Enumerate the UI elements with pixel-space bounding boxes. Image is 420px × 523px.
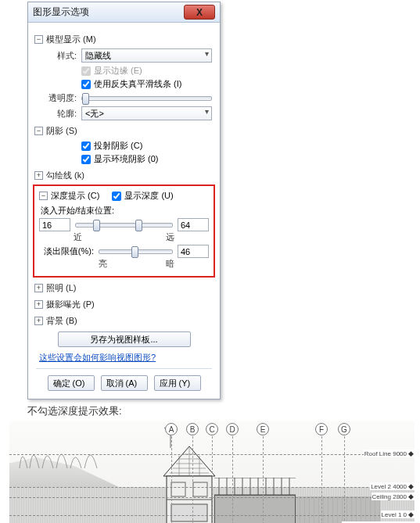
near-far-labels: 近远: [74, 231, 174, 243]
transparency-slider[interactable]: [81, 96, 212, 101]
dialog-body: − 模型显示 (M) 样式: 隐藏线 显示边缘 (E) 使用反失真平滑线条 (I…: [28, 23, 220, 399]
level-line: [9, 515, 396, 516]
grid-bubble: C: [206, 423, 218, 435]
caption-no-depth: 不勾选深度提示效果:: [27, 404, 420, 418]
graphic-display-options-dialog: 图形显示选项 X − 模型显示 (M) 样式: 隐藏线 显示边缘 (E) 使用反…: [27, 2, 221, 399]
section-background[interactable]: + 背景 (B): [34, 315, 212, 327]
level-label: Ceiling 2800: [372, 493, 415, 500]
section-lighting[interactable]: + 照明 (L): [34, 282, 212, 294]
retaining-wall: [296, 496, 380, 523]
row-transparency: 透明度:: [36, 92, 212, 104]
dialog-title: 图形显示选项: [33, 5, 89, 19]
collapse-icon: −: [34, 127, 43, 135]
save-as-template-button[interactable]: 另存为视图样板...: [58, 331, 191, 347]
level-line: [9, 497, 396, 498]
fade-limit-input[interactable]: 46: [178, 245, 209, 258]
cast-shadows-checkbox[interactable]: 投射阴影 (C): [81, 140, 212, 152]
fade-position-slider[interactable]: [75, 223, 173, 227]
fade-limit-row: 淡出限值(%): 46: [39, 245, 209, 258]
grid-bubble: E: [257, 423, 269, 435]
ambient-shadows-checkbox[interactable]: 显示环境阴影 (0): [81, 153, 212, 165]
row-style: 样式: 隐藏线: [36, 48, 212, 63]
fade-position-label: 淡入开始/结束位置:: [41, 205, 209, 217]
smooth-lines-checkbox[interactable]: 使用反失真平滑线条 (I): [81, 78, 212, 90]
ok-button[interactable]: 确定 (O): [48, 375, 95, 391]
titlebar[interactable]: 图形显示选项 X: [28, 2, 220, 23]
checkbox-icon[interactable]: [81, 80, 91, 89]
expand-icon: +: [34, 300, 43, 309]
level-line: [9, 454, 396, 455]
grid-bubble: A: [165, 423, 178, 435]
row-silhouette: 轮廓: <无>: [36, 106, 212, 120]
grid-bubble: B: [186, 423, 199, 435]
section-sketchy-lines[interactable]: + 勾绘线 (k): [34, 170, 212, 181]
cancel-button[interactable]: 取消 (A): [101, 375, 148, 391]
grid-bubble: G: [338, 423, 350, 435]
level-label: Roof Line 9000: [364, 450, 415, 457]
slider-thumb-start[interactable]: [93, 220, 100, 231]
section-preview-figure: ABCDEFGRoof Line 9000Level 2 4000Ceiling…: [9, 421, 415, 523]
section-exposure[interactable]: + 摄影曝光 (P): [34, 299, 212, 310]
checkbox-icon: [81, 66, 91, 76]
svg-rect-17: [171, 504, 207, 521]
fade-position-row: 16 64: [39, 218, 209, 231]
fade-end-input[interactable]: 64: [178, 218, 209, 231]
show-depth-checkbox[interactable]: [112, 192, 121, 201]
house-section: [162, 445, 217, 523]
level-label: Level 2 4000: [370, 482, 415, 490]
expand-icon: +: [34, 317, 43, 325]
collapse-icon: −: [34, 35, 43, 44]
style-label: 样式:: [36, 50, 77, 62]
section-label: 模型显示 (M): [46, 34, 96, 45]
apply-button[interactable]: 应用 (Y): [154, 375, 201, 391]
depth-cueing-group: − 深度提示 (C) 显示深度 (U) 淡入开始/结束位置: 16 64 近远 …: [33, 184, 215, 278]
section-model-display[interactable]: − 模型显示 (M): [34, 34, 212, 45]
checkbox-icon[interactable]: [81, 141, 91, 151]
save-template-row: 另存为视图样板...: [36, 331, 212, 347]
expand-icon: +: [34, 284, 43, 292]
level-label: Level 1 0: [381, 510, 415, 518]
slider-thumb[interactable]: [131, 246, 138, 258]
help-link[interactable]: 这些设置会如何影响视图图形?: [39, 352, 156, 364]
style-select[interactable]: 隐藏线: [81, 48, 212, 63]
collapse-icon: −: [39, 192, 48, 200]
checkbox-icon[interactable]: [81, 155, 91, 164]
section-depth-cueing[interactable]: − 深度提示 (C) 显示深度 (U): [39, 190, 209, 202]
section-shadows[interactable]: − 阴影 (S): [34, 125, 212, 137]
fade-start-input[interactable]: 16: [39, 218, 70, 231]
silhouette-label: 轮廓:: [36, 108, 77, 120]
basement-block: [214, 495, 296, 523]
fade-limit-label: 淡出限值(%):: [39, 245, 94, 257]
footer-buttons: 确定 (O) 取消 (A) 应用 (Y): [36, 368, 212, 391]
expand-icon: +: [34, 171, 43, 180]
close-button[interactable]: X: [184, 5, 215, 20]
transparency-label: 透明度:: [36, 92, 77, 104]
trees-icon: [16, 437, 109, 468]
grid-bubble: F: [315, 423, 328, 435]
close-icon: X: [196, 7, 203, 18]
silhouette-select[interactable]: <无>: [81, 106, 212, 120]
light-dark-labels: 亮暗: [99, 258, 174, 270]
railing: [214, 478, 296, 495]
level-line: [9, 487, 396, 488]
grid-bubble: D: [226, 423, 239, 435]
slider-thumb-end[interactable]: [135, 220, 142, 231]
show-edges-checkbox: 显示边缘 (E): [81, 65, 212, 77]
fade-limit-slider[interactable]: [99, 249, 173, 254]
